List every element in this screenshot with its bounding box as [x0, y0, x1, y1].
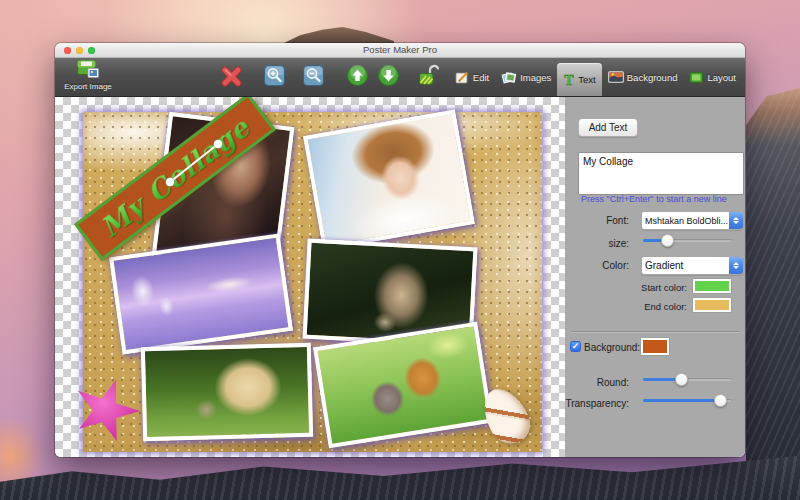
tab-text[interactable]: T Text — [557, 63, 601, 96]
edit-icon — [455, 71, 470, 84]
tab-background-label: Background — [627, 72, 678, 83]
start-color-swatch[interactable] — [693, 279, 731, 293]
delete-icon[interactable] — [220, 65, 243, 88]
section-divider — [571, 331, 739, 333]
end-color-swatch[interactable] — [693, 298, 731, 312]
photo-puppy-and-kitten[interactable] — [141, 343, 313, 441]
color-mode-value: Gradient — [642, 260, 729, 271]
transparency-label: Transparency: — [565, 398, 629, 409]
color-label: Color: — [565, 260, 629, 271]
export-image-button[interactable]: Export Image — [59, 60, 117, 91]
tab-images[interactable]: Images — [495, 58, 557, 96]
move-up-icon[interactable] — [347, 65, 368, 86]
stepper-icon[interactable] — [729, 257, 743, 274]
move-down-icon[interactable] — [378, 65, 399, 86]
collage-canvas[interactable]: My Collage — [55, 97, 565, 457]
mountain-peak — [282, 27, 394, 44]
size-slider[interactable] — [643, 234, 732, 247]
round-label: Round: — [565, 377, 629, 388]
stepper-icon[interactable] — [729, 212, 743, 229]
rock-cliff-bottom — [0, 452, 800, 500]
background-icon — [608, 71, 624, 83]
toolbar: Export Image — [55, 58, 745, 97]
svg-text:T: T — [565, 73, 575, 87]
font-value: Mshtakan BoldObli... — [642, 216, 729, 226]
unlock-icon[interactable] — [417, 63, 441, 88]
round-slider[interactable] — [643, 373, 732, 386]
color-mode-dropdown[interactable]: Gradient — [641, 256, 743, 275]
start-color-label: Start color: — [565, 282, 687, 293]
add-text-button[interactable]: Add Text — [578, 118, 638, 137]
tab-layout-label: Layout — [707, 72, 736, 83]
layout-icon — [689, 71, 704, 84]
newline-hint: Press "Ctrl+Enter" to start a new line — [581, 194, 727, 204]
export-image-label: Export Image — [59, 82, 117, 91]
round-slider-thumb[interactable] — [675, 373, 688, 386]
mode-tabs: Edit Images T Text — [449, 58, 742, 96]
tab-layout[interactable]: Layout — [683, 58, 742, 96]
background-color-swatch[interactable] — [641, 338, 669, 355]
font-dropdown[interactable]: Mshtakan BoldObli... — [641, 211, 743, 230]
app-window: Poster Maker Pro Export Image — [55, 43, 745, 457]
content-area: My Collage Add Text My Collage Press "Ct… — [55, 97, 745, 457]
slider-fill — [643, 399, 720, 402]
zoom-in-icon[interactable] — [264, 65, 285, 86]
images-icon — [501, 71, 517, 84]
tab-background[interactable]: Background — [602, 58, 684, 96]
text-content-input[interactable]: My Collage — [578, 152, 744, 195]
zoom-out-icon[interactable] — [303, 65, 324, 86]
tab-edit[interactable]: Edit — [449, 58, 495, 96]
title-bar[interactable]: Poster Maker Pro — [55, 43, 745, 58]
tab-text-label: Text — [578, 74, 595, 85]
end-color-label: End color: — [565, 301, 687, 312]
font-label: Font: — [565, 215, 629, 226]
size-slider-thumb[interactable] — [661, 234, 674, 247]
text-icon: T — [563, 73, 575, 87]
transparency-slider-thumb[interactable] — [714, 394, 727, 407]
checkmark-icon: ✓ — [572, 341, 580, 351]
rock-cliff-right — [746, 88, 800, 500]
tab-images-label: Images — [520, 72, 551, 83]
text-settings-panel: Add Text My Collage Press "Ctrl+Enter" t… — [565, 97, 745, 457]
background-checkbox[interactable]: ✓ — [570, 341, 581, 352]
export-icon — [76, 60, 100, 79]
tab-edit-label: Edit — [473, 72, 489, 83]
size-label: size: — [565, 238, 629, 249]
background-label: Background: — [584, 342, 640, 353]
window-title: Poster Maker Pro — [55, 44, 745, 55]
transparency-slider[interactable] — [643, 394, 732, 407]
